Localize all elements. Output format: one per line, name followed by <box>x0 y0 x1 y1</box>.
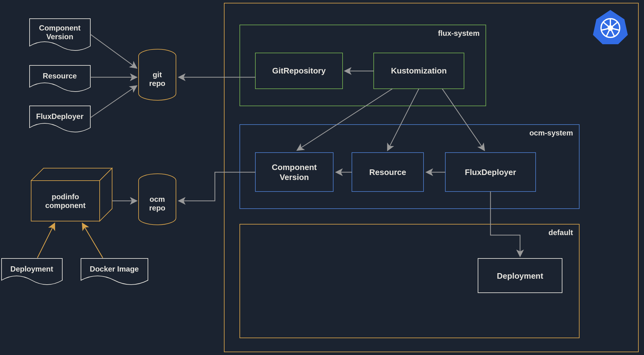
doc-docker-image: Docker Image <box>81 258 148 285</box>
arrow-kust-to-fd <box>442 89 484 150</box>
arrow-doc-fd-to-git <box>90 86 136 118</box>
doc-label: Resource <box>43 72 77 80</box>
arrow-doc-cv-to-git <box>90 34 136 68</box>
svg-text:repo: repo <box>149 79 165 88</box>
svg-text:Version: Version <box>280 173 309 182</box>
arrow-deployment-to-podinfo <box>37 224 54 258</box>
cube-podinfo: podinfo component <box>31 168 112 221</box>
svg-text:git: git <box>153 70 162 79</box>
doc-label: FluxDeployer <box>36 112 83 121</box>
box-component-version <box>255 153 333 192</box>
zone-label: ocm-system <box>529 129 573 137</box>
zone-label: flux-system <box>438 29 480 37</box>
doc-deployment: Deployment <box>2 258 62 285</box>
svg-text:Component: Component <box>272 163 317 172</box>
svg-rect-15 <box>31 181 100 221</box>
doc-label: Docker Image <box>90 265 139 273</box>
cylinder-ocm-repo: ocm repo <box>139 174 176 225</box>
cylinder-git-repo: git repo <box>139 49 176 100</box>
arrow-docker-to-podinfo <box>83 224 103 258</box>
doc-label: Component <box>39 24 80 32</box>
zone-label: default <box>548 228 573 237</box>
svg-text:component: component <box>45 201 85 210</box>
svg-text:Version: Version <box>46 32 73 41</box>
doc-flux-deployer: FluxDeployer <box>30 106 90 132</box>
box-label: FluxDeployer <box>465 168 516 177</box>
box-label: GitRepository <box>272 66 326 75</box>
doc-label: Deployment <box>10 265 53 273</box>
svg-text:ocm: ocm <box>149 195 165 203</box>
svg-text:podinfo: podinfo <box>52 192 79 201</box>
box-label: Kustomization <box>391 66 447 75</box>
box-label: Deployment <box>497 271 543 281</box>
svg-marker-16 <box>31 168 112 181</box>
diagram-canvas: Component Version Resource FluxDeployer … <box>0 0 644 355</box>
arrow-cv-to-ocmrepo <box>179 172 255 201</box>
svg-text:Component: Component <box>39 24 80 32</box>
doc-resource: Resource <box>30 65 90 92</box>
kubernetes-icon <box>593 10 628 44</box>
arrow-kust-to-cv <box>297 89 392 150</box>
box-label: Resource <box>369 168 406 177</box>
arrow-kust-to-res <box>388 89 419 150</box>
svg-text:repo: repo <box>149 204 165 212</box>
arrow-fd-to-deploy <box>490 192 520 256</box>
doc-component-version: Component Version <box>30 19 90 50</box>
